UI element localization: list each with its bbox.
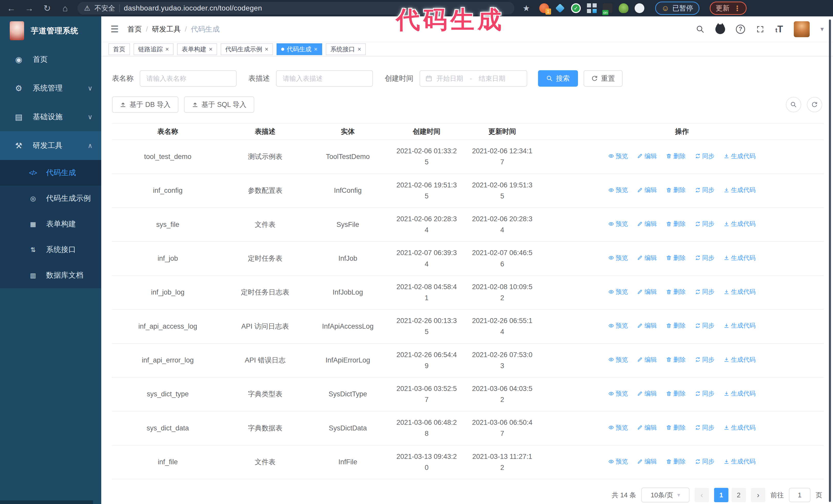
edit-link[interactable]: 编辑 bbox=[637, 457, 657, 466]
scrollbar[interactable] bbox=[829, 20, 831, 502]
breadcrumb-tools[interactable]: 研发工具 bbox=[152, 24, 181, 34]
sync-link[interactable]: 同步 bbox=[695, 355, 715, 364]
close-icon[interactable]: × bbox=[358, 46, 361, 53]
sync-link[interactable]: 同步 bbox=[695, 185, 715, 195]
preview-link[interactable]: 预览 bbox=[608, 185, 628, 195]
edit-link[interactable]: 编辑 bbox=[637, 321, 657, 331]
sync-link[interactable]: 同步 bbox=[695, 423, 715, 432]
delete-link[interactable]: 删除 bbox=[666, 287, 686, 296]
generate-code-link[interactable]: 生成代码 bbox=[723, 457, 756, 466]
sidebar-subitem[interactable]: </> 代码生成 bbox=[0, 160, 101, 186]
preview-link[interactable]: 预览 bbox=[608, 151, 628, 161]
app-logo[interactable]: 芋道管理系统 bbox=[0, 17, 101, 45]
preview-link[interactable]: 预览 bbox=[608, 219, 628, 229]
date-range-picker[interactable]: 开始日期 - 结束日期 bbox=[420, 70, 527, 87]
import-sql-button[interactable]: 基于 SQL 导入 bbox=[184, 96, 254, 113]
delete-link[interactable]: 删除 bbox=[666, 355, 686, 364]
close-icon[interactable]: × bbox=[265, 46, 268, 53]
github-icon[interactable] bbox=[715, 24, 725, 34]
generate-code-link[interactable]: 生成代码 bbox=[723, 423, 756, 432]
delete-link[interactable]: 删除 bbox=[666, 185, 686, 195]
edit-link[interactable]: 编辑 bbox=[637, 423, 657, 432]
prev-page-button[interactable]: ‹ bbox=[695, 488, 709, 502]
edit-link[interactable]: 编辑 bbox=[637, 151, 657, 161]
preview-link[interactable]: 预览 bbox=[608, 423, 628, 432]
extension-icon[interactable]: on bbox=[603, 3, 613, 13]
table-desc-input[interactable] bbox=[276, 70, 373, 87]
avatar[interactable] bbox=[794, 21, 810, 37]
reload-icon[interactable]: ↻ bbox=[42, 3, 53, 13]
sync-link[interactable]: 同步 bbox=[695, 389, 715, 399]
preview-link[interactable]: 预览 bbox=[608, 321, 628, 331]
generate-code-link[interactable]: 生成代码 bbox=[723, 151, 756, 161]
sidebar-subitem[interactable]: ▦ 表单构建 bbox=[0, 211, 101, 237]
sidebar-item[interactable]: ⚙ 系统管理 ∨ bbox=[0, 74, 101, 102]
sidebar-subitem[interactable]: ▥ 数据库文档 bbox=[0, 263, 101, 288]
view-tab[interactable]: 代码生成示例 × bbox=[221, 43, 273, 55]
chevron-down-icon[interactable]: ▾ bbox=[820, 25, 824, 33]
refresh-table-button[interactable] bbox=[807, 97, 822, 112]
view-tab[interactable]: 代码生成 × bbox=[277, 43, 322, 55]
generate-code-link[interactable]: 生成代码 bbox=[723, 321, 756, 331]
view-tab[interactable]: 表单构建 × bbox=[177, 43, 217, 55]
close-icon[interactable]: × bbox=[209, 46, 213, 53]
sidebar-item[interactable]: ◉ 首页 bbox=[0, 45, 101, 74]
generate-code-link[interactable]: 生成代码 bbox=[723, 253, 756, 263]
help-icon[interactable]: ? bbox=[736, 25, 745, 34]
search-button[interactable]: 搜索 bbox=[538, 70, 578, 87]
preview-link[interactable]: 预览 bbox=[608, 457, 628, 466]
close-icon[interactable]: × bbox=[314, 46, 317, 53]
extension-icon[interactable] bbox=[619, 3, 628, 13]
preview-link[interactable]: 预览 bbox=[608, 389, 628, 399]
sync-link[interactable]: 同步 bbox=[695, 321, 715, 331]
hamburger-icon[interactable]: ☰ bbox=[111, 24, 119, 34]
delete-link[interactable]: 删除 bbox=[666, 423, 686, 432]
sync-link[interactable]: 同步 bbox=[695, 151, 715, 161]
preview-link[interactable]: 预览 bbox=[608, 287, 628, 296]
extension-icon[interactable]: ✓ bbox=[571, 3, 581, 13]
address-bar[interactable]: ⚠ 不安全 dashboard.yudao.iocoder.cn/tool/co… bbox=[77, 2, 515, 15]
extension-icon[interactable] bbox=[635, 3, 644, 13]
search-icon[interactable] bbox=[696, 25, 705, 33]
edit-link[interactable]: 编辑 bbox=[637, 185, 657, 195]
close-icon[interactable]: × bbox=[165, 46, 169, 53]
fullscreen-icon[interactable] bbox=[756, 25, 765, 33]
sidebar-subitem[interactable]: ⇅ 系统接口 bbox=[0, 237, 101, 263]
reset-button[interactable]: 重置 bbox=[584, 70, 623, 87]
goto-page-input[interactable] bbox=[789, 488, 810, 502]
generate-code-link[interactable]: 生成代码 bbox=[723, 219, 756, 229]
generate-code-link[interactable]: 生成代码 bbox=[723, 185, 756, 195]
page-size-select[interactable]: 10条/页 ▾ bbox=[641, 487, 689, 502]
delete-link[interactable]: 删除 bbox=[666, 389, 686, 399]
sidebar-scrollbar[interactable] bbox=[0, 500, 93, 504]
sync-link[interactable]: 同步 bbox=[695, 253, 715, 263]
extension-icon[interactable] bbox=[555, 4, 565, 13]
bookmark-star-icon[interactable]: ★ bbox=[523, 3, 530, 13]
sidebar-item[interactable]: ⚒ 研发工具 ∧ bbox=[0, 131, 101, 160]
delete-link[interactable]: 删除 bbox=[666, 253, 686, 263]
sync-link[interactable]: 同步 bbox=[695, 457, 715, 466]
edit-link[interactable]: 编辑 bbox=[637, 389, 657, 399]
edit-link[interactable]: 编辑 bbox=[637, 287, 657, 296]
delete-link[interactable]: 删除 bbox=[666, 321, 686, 331]
preview-link[interactable]: 预览 bbox=[608, 355, 628, 364]
back-icon[interactable]: ← bbox=[6, 3, 17, 13]
preview-link[interactable]: 预览 bbox=[608, 253, 628, 263]
extension-icon[interactable]: 1 bbox=[539, 3, 549, 13]
forward-icon[interactable]: → bbox=[24, 3, 35, 13]
view-tab[interactable]: 系统接口 × bbox=[326, 43, 366, 55]
view-tab[interactable]: 首页 × bbox=[109, 43, 130, 55]
edit-link[interactable]: 编辑 bbox=[637, 253, 657, 263]
font-size-icon[interactable]: tT bbox=[775, 24, 783, 34]
edit-link[interactable]: 编辑 bbox=[637, 219, 657, 229]
table-name-input[interactable] bbox=[140, 70, 237, 87]
delete-link[interactable]: 删除 bbox=[666, 219, 686, 229]
next-page-button[interactable]: › bbox=[751, 488, 765, 502]
generate-code-link[interactable]: 生成代码 bbox=[723, 355, 756, 364]
sync-link[interactable]: 同步 bbox=[695, 219, 715, 229]
breadcrumb-home[interactable]: 首页 bbox=[127, 24, 142, 34]
sync-link[interactable]: 同步 bbox=[695, 287, 715, 296]
update-button[interactable]: 更新 ⋮ bbox=[710, 2, 747, 15]
home-icon[interactable]: ⌂ bbox=[60, 3, 71, 13]
extension-icon[interactable] bbox=[587, 3, 597, 13]
